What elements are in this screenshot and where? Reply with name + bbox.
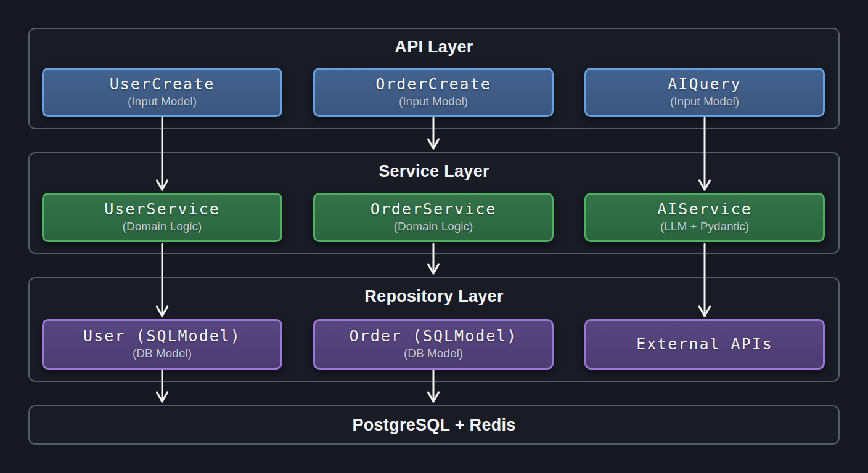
node-aiquery-subtitle: (Input Model) [670,94,739,110]
layer-api: API Layer UserCreate (Input Model) Order… [28,28,840,129]
node-usercreate-label: UserCreate [110,75,215,94]
node-order-sqlmodel-label: Order (SQLModel) [350,327,518,346]
layer-api-title: API Layer [30,29,838,57]
node-external-apis-label: External APIs [636,335,773,354]
node-aiservice: AIService (LLM + Pydantic) [584,193,825,242]
node-usercreate-subtitle: (Input Model) [128,94,197,110]
node-user-sqlmodel: User (SQLModel) (DB Model) [42,319,282,370]
node-userservice: UserService (Domain Logic) [42,193,282,242]
node-ordercreate-label: OrderCreate [375,75,491,94]
node-order-sqlmodel: Order (SQLModel) (DB Model) [313,319,554,370]
node-ordercreate: OrderCreate (Input Model) [313,68,554,117]
node-user-sqlmodel-subtitle: (DB Model) [133,346,192,362]
layer-repository-title: Repository Layer [30,278,838,306]
datastore-title: PostgreSQL + Redis [352,416,515,435]
node-ordercreate-subtitle: (Input Model) [399,94,468,110]
node-aiservice-label: AIService [657,200,751,219]
architecture-diagram: API Layer UserCreate (Input Model) Order… [0,0,868,473]
node-user-sqlmodel-label: User (SQLModel) [83,327,241,346]
datastore-bar: PostgreSQL + Redis [28,405,840,445]
layer-repository: Repository Layer User (SQLModel) (DB Mod… [28,277,840,382]
layer-service-title: Service Layer [30,153,838,181]
layer-service: Service Layer UserService (Domain Logic)… [28,152,840,254]
node-external-apis: External APIs [584,319,825,370]
node-userservice-subtitle: (Domain Logic) [123,219,202,235]
node-orderservice-subtitle: (Domain Logic) [394,219,473,235]
node-orderservice-label: OrderService [371,200,497,219]
node-order-sqlmodel-subtitle: (DB Model) [404,346,463,362]
node-aiservice-subtitle: (LLM + Pydantic) [660,219,749,235]
node-aiquery-label: AIQuery [668,75,741,94]
node-userservice-label: UserService [104,200,220,219]
node-orderservice: OrderService (Domain Logic) [313,193,554,242]
node-aiquery: AIQuery (Input Model) [584,68,825,117]
node-usercreate: UserCreate (Input Model) [42,68,282,117]
